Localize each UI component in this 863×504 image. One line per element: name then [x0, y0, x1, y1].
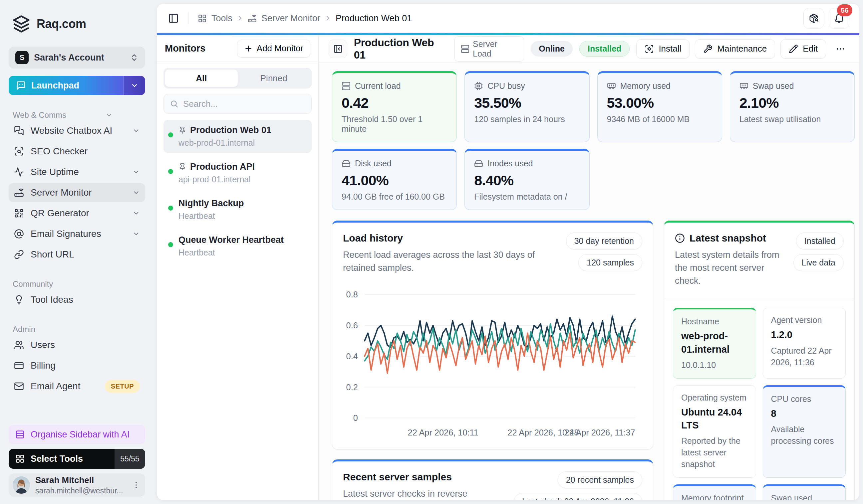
left-column: Load history Recent load averages across…	[332, 221, 653, 500]
monitor-item-production-api[interactable]: Production API api-prod-01.internal	[163, 156, 312, 190]
cpu-icon	[474, 81, 483, 90]
snapshot-title: Latest snapshot	[689, 233, 766, 244]
collapse-list-button[interactable]	[329, 40, 347, 58]
monitors-tabs: All Pinned	[163, 68, 312, 89]
sidebar-item-website-chatbox-ai[interactable]: Website Chatbox AI	[9, 121, 145, 140]
monitor-sub: api-prod-01.internal	[178, 175, 255, 184]
users-icon	[14, 340, 24, 350]
sidebar-item-email-signatures[interactable]: Email Signatures	[9, 224, 145, 244]
breadcrumb-label: Tools	[211, 13, 233, 24]
status-dot	[168, 132, 173, 138]
monitors-title: Monitors	[165, 43, 205, 54]
hard-drive-icon	[342, 159, 351, 168]
user-name: Sarah Mitchell	[35, 475, 126, 486]
monitor-item-production-web-01[interactable]: Production Web 01 web-prod-01.internal	[163, 120, 312, 153]
sidebar-item-billing[interactable]: Billing	[9, 356, 145, 375]
sidebar-item-label: Tool Ideas	[30, 294, 140, 305]
monitor-item-queue-worker-heartbeat[interactable]: Queue Worker Heartbeat Heartbeat	[163, 230, 312, 263]
monitor-search-input[interactable]	[183, 99, 305, 109]
sidebar-item-short-url[interactable]: Short URL	[9, 245, 145, 264]
mail-icon	[14, 381, 24, 391]
stat-cards: Current load 0.42 Threshold 1.50 over 1 …	[332, 71, 855, 210]
install-button[interactable]: Install	[636, 39, 689, 59]
cell-label: Swap used	[771, 493, 838, 500]
add-monitor-button[interactable]: Add Monitor	[237, 40, 310, 57]
chevron-down-icon	[133, 210, 140, 217]
sidebar-item-tool-ideas[interactable]: Tool Ideas	[9, 290, 145, 309]
sidebar-item-email-agent[interactable]: Email Agent SETUP	[9, 377, 145, 396]
section-web-comms[interactable]: Web & Comms	[9, 111, 145, 120]
section-label: Admin	[13, 325, 141, 334]
load-history-title: Load history	[343, 233, 559, 244]
section-label: Web & Comms	[13, 111, 77, 120]
sidebar: Raq.com S Sarah's Account Launchpad Web …	[0, 0, 154, 504]
account-switcher[interactable]: S Sarah's Account	[9, 47, 145, 68]
monitor-sub: web-prod-01.internal	[178, 138, 271, 148]
more-vertical-icon[interactable]	[132, 481, 140, 489]
stat-value: 53.00%	[607, 95, 713, 111]
brand-logo-icon	[12, 15, 30, 33]
svg-text:0: 0	[353, 414, 358, 423]
router-icon	[14, 188, 24, 198]
sidebar-item-users[interactable]: Users	[9, 335, 145, 354]
user-card[interactable]: Sarah Mitchell sarah.mitchell@westbur...	[9, 474, 145, 497]
monitors-panel: Monitors Add Monitor All Pinned	[157, 35, 318, 500]
cell-sub: Reported by the latest server snapshot	[681, 435, 748, 470]
cell-sub: 10.0.1.10	[681, 359, 748, 371]
package-search-icon	[809, 13, 819, 23]
breadcrumb-server-monitor[interactable]: Server Monitor	[248, 13, 320, 24]
sidebar-item-seo-checker[interactable]: SEO Checker	[9, 142, 145, 161]
latest-snapshot-card: Latest snapshot Latest system details fr…	[664, 221, 855, 500]
tab-all[interactable]: All	[165, 69, 238, 87]
section-label: Community	[13, 280, 141, 289]
more-actions-button[interactable]	[831, 40, 849, 58]
cell-sub: Captured 22 Apr 2026, 11:36	[771, 345, 838, 368]
stat-sub: Latest swap utilisation	[739, 114, 845, 124]
user-email: sarah.mitchell@westbur...	[35, 486, 126, 495]
stat-value: 2.10%	[739, 95, 845, 111]
sidebar-item-label: Billing	[30, 360, 140, 371]
snapshot-description: Latest system details from the most rece…	[675, 248, 785, 287]
sidebar-item-label: Users	[30, 340, 140, 350]
install-icon	[645, 44, 654, 54]
cell-label: Operating system	[681, 393, 748, 402]
account-label: Sarah's Account	[34, 53, 125, 63]
svg-text:0.2: 0.2	[346, 383, 358, 392]
package-search-button[interactable]	[803, 8, 824, 29]
organise-sidebar-button[interactable]: Organise Sidebar with AI	[9, 425, 145, 444]
cell-sub: Available processing cores	[771, 424, 838, 447]
monitor-item-nightly-backup[interactable]: Nightly Backup Heartbeat	[163, 193, 312, 226]
stat-sub: 120 samples in 24 hours	[474, 114, 580, 124]
sidebar-item-label: Server Monitor	[30, 187, 126, 198]
panel-left-icon[interactable]	[168, 13, 179, 24]
launchpad-expand-button[interactable]	[123, 76, 145, 95]
notifications-button[interactable]: 56	[829, 8, 849, 29]
maintenance-button[interactable]: Maintenance	[695, 39, 775, 59]
chevron-right-icon	[236, 15, 244, 22]
divider	[188, 12, 188, 24]
stat-sub: Threshold 1.50 over 1 minute	[342, 114, 447, 134]
line-chart: 00.20.40.60.822 Apr 2026, 10:1122 Apr 20…	[338, 286, 643, 444]
tab-pinned[interactable]: Pinned	[238, 69, 310, 87]
sidebar-item-server-monitor[interactable]: Server Monitor	[9, 183, 145, 202]
stat-value: 41.00%	[342, 172, 447, 189]
memory-stick-icon	[739, 81, 749, 90]
monitor-search[interactable]	[163, 94, 312, 114]
sidebar-item-label: Email Signatures	[30, 229, 126, 239]
breadcrumb-tools[interactable]: Tools	[198, 13, 233, 24]
snapshot-live-data-badge: Live data	[793, 254, 844, 271]
recent-samples-description: Latest server checks in reverse chronolo…	[343, 487, 507, 501]
rows-icon	[15, 430, 25, 439]
edit-button[interactable]: Edit	[780, 39, 826, 59]
select-tools-button[interactable]: Select Tools 55/55	[9, 449, 145, 469]
svg-text:22 Apr 2026, 11:37: 22 Apr 2026, 11:37	[564, 428, 635, 437]
launchpad-label: Launchpad	[31, 80, 79, 91]
launchpad-button[interactable]: Launchpad	[9, 76, 145, 95]
recent-samples-card: Recent server samples Latest server chec…	[332, 460, 653, 501]
server-icon	[461, 44, 470, 53]
info-icon	[675, 233, 685, 243]
chevron-down-icon	[130, 81, 138, 90]
snapshot-cell-swap-used: Swap used 2.10% Latest swap utilisation	[763, 484, 846, 500]
sidebar-item-qr-generator[interactable]: QR Generator	[9, 204, 145, 223]
sidebar-item-site-uptime[interactable]: Site Uptime	[9, 162, 145, 182]
